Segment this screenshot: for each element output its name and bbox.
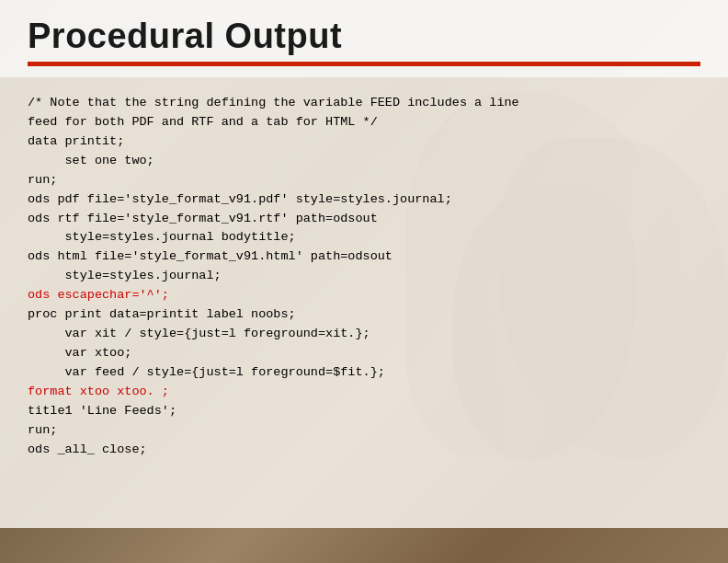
code-line-3: title1 'Line Feeds'; run; ods _all_ clos… [28,404,176,456]
code-line-red-1: ods escapechar='^'; [28,288,169,302]
slide-title: Procedural Output [28,17,700,56]
content-area: /* Note that the string defining the var… [0,77,728,528]
title-underline [28,62,700,66]
slide-container: Procedural Output /* Note that the strin… [0,0,728,563]
code-line-2: proc print data=printit label noobs; var… [28,307,385,379]
code-line-1: /* Note that the string defining the var… [28,96,519,282]
title-area: Procedural Output [0,0,728,77]
code-block: /* Note that the string defining the var… [28,94,700,460]
code-line-red-2: format xtoo xtoo. ; [28,385,169,398]
